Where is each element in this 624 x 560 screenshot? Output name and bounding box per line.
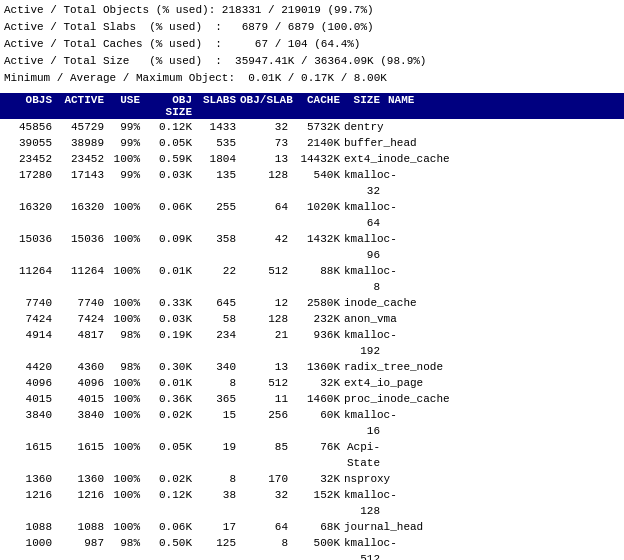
table-row: 4914481798%0.19K23421936Kkmalloc-192 <box>0 327 624 359</box>
cell-obj-slab: 8 <box>240 535 292 560</box>
table-row: 1503615036100%0.09K358421432Kkmalloc-96 <box>0 231 624 263</box>
table-row: 2345223452100%0.59K18041314432Kext4_inod… <box>0 151 624 167</box>
col-header-size: SIZE <box>344 94 384 118</box>
cell-cache-size: 1432K <box>292 231 344 263</box>
cell-use: 100% <box>108 295 144 311</box>
cell-use: 100% <box>108 151 144 167</box>
cell-obj-slab: 64 <box>240 519 292 535</box>
col-header-obj-size: OBJ SIZE <box>144 94 196 118</box>
table-body: 458564572999%0.12K1433325732Kdentry39055… <box>0 119 624 560</box>
cell-cache-size: 2580K <box>292 295 344 311</box>
cell-obj-size: 0.59K <box>144 151 196 167</box>
cell-active: 11264 <box>56 263 108 295</box>
cell-cache-size: 60K <box>292 407 344 439</box>
cell-objs: 4914 <box>4 327 56 359</box>
cell-active: 3840 <box>56 407 108 439</box>
cell-size: kmalloc-128 <box>344 487 384 519</box>
summary-line: Active / Total Slabs (% used) : 6879 / 6… <box>4 19 620 36</box>
col-header-objs: OBJS <box>4 94 56 118</box>
cell-obj-slab: 32 <box>240 119 292 135</box>
cell-active: 4360 <box>56 359 108 375</box>
cell-obj-slab: 13 <box>240 359 292 375</box>
cell-objs: 1615 <box>4 439 56 471</box>
cell-obj-slab: 512 <box>240 375 292 391</box>
cell-cache-size: 32K <box>292 375 344 391</box>
cell-objs: 7424 <box>4 311 56 327</box>
table-row: 10881088100%0.06K176468Kjournal_head <box>0 519 624 535</box>
cell-size: inode_cache <box>344 295 384 311</box>
cell-cache-size: 1360K <box>292 359 344 375</box>
cell-cache-size: 76K <box>292 439 344 471</box>
table-row: 40154015100%0.36K365111460Kproc_inode_ca… <box>0 391 624 407</box>
cell-size: Acpi-State <box>344 439 384 471</box>
cell-obj-size: 0.09K <box>144 231 196 263</box>
cell-active: 4015 <box>56 391 108 407</box>
col-header-cache: CACHE <box>292 94 344 118</box>
cell-obj-size: 0.03K <box>144 167 196 199</box>
cell-obj-slab: 21 <box>240 327 292 359</box>
table-row: 16151615100%0.05K198576KAcpi-State <box>0 439 624 471</box>
cell-slabs: 255 <box>196 199 240 231</box>
cell-obj-size: 0.02K <box>144 471 196 487</box>
table-row: 38403840100%0.02K1525660Kkmalloc-16 <box>0 407 624 439</box>
cell-active: 23452 <box>56 151 108 167</box>
cell-objs: 11264 <box>4 263 56 295</box>
cell-size: ext4_inode_cache <box>344 151 384 167</box>
cell-use: 100% <box>108 311 144 327</box>
cell-cache-size: 68K <box>292 519 344 535</box>
table-container: OBJS ACTIVE USE OBJ SIZE SLABS OBJ/SLAB … <box>0 93 624 560</box>
cell-slabs: 1433 <box>196 119 240 135</box>
cell-objs: 4015 <box>4 391 56 407</box>
cell-obj-slab: 85 <box>240 439 292 471</box>
summary-line: Minimum / Average / Maximum Object: 0.01… <box>4 70 620 87</box>
cell-use: 100% <box>108 391 144 407</box>
cell-cache-size: 88K <box>292 263 344 295</box>
cell-obj-size: 0.36K <box>144 391 196 407</box>
cell-use: 98% <box>108 327 144 359</box>
cell-use: 100% <box>108 439 144 471</box>
cell-obj-size: 0.50K <box>144 535 196 560</box>
cell-objs: 15036 <box>4 231 56 263</box>
cell-cache-size: 2140K <box>292 135 344 151</box>
cell-obj-slab: 13 <box>240 151 292 167</box>
cell-slabs: 1804 <box>196 151 240 167</box>
cell-use: 100% <box>108 487 144 519</box>
cell-use: 99% <box>108 119 144 135</box>
cell-use: 100% <box>108 199 144 231</box>
cell-slabs: 22 <box>196 263 240 295</box>
cell-slabs: 535 <box>196 135 240 151</box>
cell-objs: 3840 <box>4 407 56 439</box>
cell-slabs: 8 <box>196 375 240 391</box>
cell-slabs: 234 <box>196 327 240 359</box>
cell-use: 99% <box>108 167 144 199</box>
table-row: 12161216100%0.12K3832152Kkmalloc-128 <box>0 487 624 519</box>
cell-obj-slab: 256 <box>240 407 292 439</box>
summary-line: Active / Total Caches (% used) : 67 / 10… <box>4 36 620 53</box>
cell-slabs: 358 <box>196 231 240 263</box>
cell-size: buffer_head <box>344 135 384 151</box>
cell-size: anon_vma <box>344 311 384 327</box>
cell-slabs: 125 <box>196 535 240 560</box>
summary-section: Active / Total Objects (% used): 218331 … <box>0 0 624 89</box>
cell-size: nsproxy <box>344 471 384 487</box>
cell-obj-size: 0.01K <box>144 263 196 295</box>
col-header-active: ACTIVE <box>56 94 108 118</box>
cell-active: 38989 <box>56 135 108 151</box>
summary-line: Active / Total Objects (% used): 218331 … <box>4 2 620 19</box>
cell-obj-slab: 42 <box>240 231 292 263</box>
cell-use: 99% <box>108 135 144 151</box>
cell-objs: 1216 <box>4 487 56 519</box>
cell-obj-size: 0.12K <box>144 487 196 519</box>
cell-active: 7424 <box>56 311 108 327</box>
cell-obj-size: 0.02K <box>144 407 196 439</box>
col-header-obj-slab: OBJ/SLAB <box>240 94 292 118</box>
cell-slabs: 38 <box>196 487 240 519</box>
cell-obj-slab: 170 <box>240 471 292 487</box>
summary-line: Active / Total Size (% used) : 35947.41K… <box>4 53 620 70</box>
cell-use: 100% <box>108 407 144 439</box>
cell-size: kmalloc-8 <box>344 263 384 295</box>
summary-label: Active / Total Objects (% used) <box>4 2 209 19</box>
cell-cache-size: 1460K <box>292 391 344 407</box>
summary-value: : 67 / 104 (64.4%) <box>215 36 360 53</box>
table-row: 1632016320100%0.06K255641020Kkmalloc-64 <box>0 199 624 231</box>
